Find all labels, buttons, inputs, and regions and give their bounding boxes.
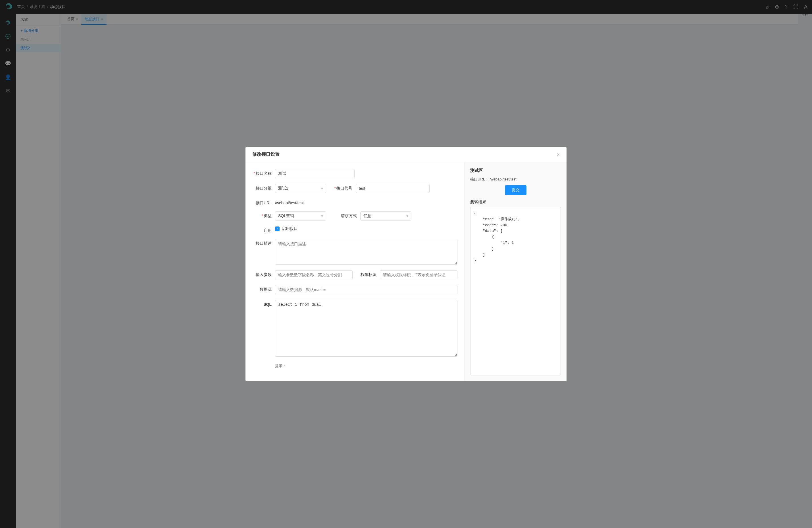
input-datasource[interactable] xyxy=(275,285,458,294)
test-url-value: /webapi/test/test xyxy=(490,177,517,181)
row-params-permission: 输入参数 权限标识 xyxy=(252,270,458,279)
modal-edit-interface: 修改接口设置 × 接口名称 接口分组 测试2 ▾ 接口代号 接口 xyxy=(245,147,567,381)
enable-label: 启用接口 xyxy=(282,226,298,231)
input-permission[interactable] xyxy=(380,270,458,279)
input-interface-name[interactable] xyxy=(275,169,354,178)
select-interface-group[interactable]: 测试2 ▾ xyxy=(275,184,326,193)
close-button[interactable]: × xyxy=(556,152,560,157)
textarea-description[interactable] xyxy=(275,239,458,265)
test-url-row: 接口URL： /webapi/test/test xyxy=(470,177,561,182)
form-section: 接口名称 接口分组 测试2 ▾ 接口代号 接口URL /webapi/test/… xyxy=(245,162,464,381)
label-sql: SQL xyxy=(252,300,275,306)
select-type-arrow: ▾ xyxy=(321,214,323,218)
label-enable: 启用 xyxy=(252,226,275,233)
label-description: 接口描述 xyxy=(252,239,275,246)
label-interface-group: 接口分组 xyxy=(252,184,275,191)
input-params[interactable] xyxy=(275,270,352,279)
row-enable: 启用 启用接口 xyxy=(252,226,458,233)
test-result-box: { "msg": "操作成功", "code": 200, "data": [ … xyxy=(470,207,561,375)
enable-row: 启用接口 xyxy=(275,226,298,231)
row-interface-url: 接口URL /webapi/test/test xyxy=(252,199,458,206)
label-permission: 权限标识 xyxy=(357,270,380,277)
value-interface-url: /webapi/test/test xyxy=(275,199,304,205)
select-group-arrow: ▾ xyxy=(321,186,323,191)
row-interface-name: 接口名称 xyxy=(252,169,458,178)
test-section: 测试区 接口URL： /webapi/test/test 提交 测试结果 { "… xyxy=(464,162,567,381)
submit-test-button[interactable]: 提交 xyxy=(505,185,526,195)
select-method-arrow: ▾ xyxy=(406,214,408,218)
modal-title: 修改接口设置 xyxy=(252,152,279,157)
select-type[interactable]: SQL查询 ▾ xyxy=(275,211,326,220)
modal-header: 修改接口设置 × xyxy=(245,147,567,162)
test-result-title: 测试结果 xyxy=(470,199,561,204)
label-interface-code: 接口代号 xyxy=(333,184,356,191)
checkbox-enable[interactable] xyxy=(275,227,279,231)
label-interface-name: 接口名称 xyxy=(252,169,275,176)
label-hint xyxy=(252,362,275,364)
row-description: 接口描述 xyxy=(252,239,458,265)
row-datasource: 数据源 xyxy=(252,285,458,294)
row-type-method: 类型 SQL查询 ▾ 请求方式 任意 ▾ xyxy=(252,211,458,220)
select-request-method[interactable]: 任意 ▾ xyxy=(360,211,411,220)
label-interface-url: 接口URL xyxy=(252,199,275,206)
hint-text: 提示： xyxy=(275,363,286,369)
test-panel-title: 测试区 xyxy=(470,168,561,173)
label-request-method: 请求方式 xyxy=(337,211,360,218)
row-sql: SQL select 1 from dual xyxy=(252,300,458,357)
label-type: 类型 xyxy=(252,211,275,218)
textarea-sql[interactable]: select 1 from dual xyxy=(275,300,458,357)
input-interface-code[interactable] xyxy=(356,184,430,193)
row-hint: 提示： xyxy=(252,362,458,369)
row-group-code: 接口分组 测试2 ▾ 接口代号 xyxy=(252,184,458,193)
label-input-params: 输入参数 xyxy=(252,270,275,277)
modal-body: 接口名称 接口分组 测试2 ▾ 接口代号 接口URL /webapi/test/… xyxy=(245,162,567,381)
label-datasource: 数据源 xyxy=(252,285,275,292)
